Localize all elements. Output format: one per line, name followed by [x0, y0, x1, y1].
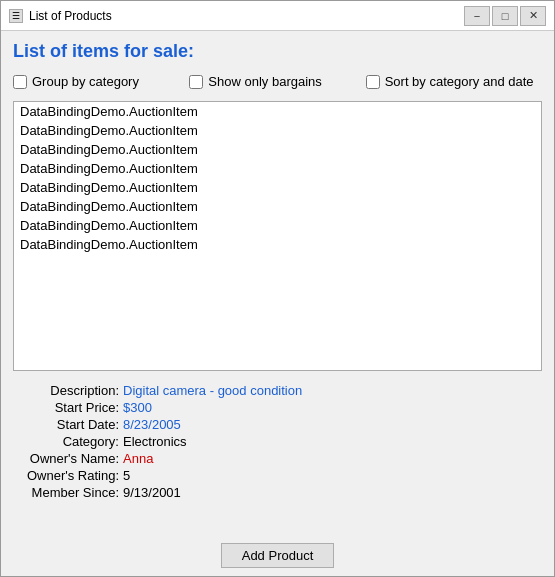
window-title: List of Products: [29, 9, 112, 23]
list-item[interactable]: DataBindingDemo.AuctionItem: [14, 235, 541, 254]
sort-by-category-date-checkbox[interactable]: Sort by category and date: [366, 74, 542, 89]
list-item[interactable]: DataBindingDemo.AuctionItem: [14, 140, 541, 159]
owners-rating-label: Owner's Rating:: [13, 468, 123, 483]
member-since-value: 9/13/2001: [123, 485, 542, 500]
add-product-button[interactable]: Add Product: [221, 543, 335, 568]
owners-rating-value: 5: [123, 468, 542, 483]
group-by-category-input[interactable]: [13, 75, 27, 89]
title-bar-buttons: − □ ✕: [464, 6, 546, 26]
details-section: Description: Digital camera - good condi…: [13, 383, 542, 500]
list-item[interactable]: DataBindingDemo.AuctionItem: [14, 102, 541, 121]
page-title: List of items for sale:: [13, 41, 542, 62]
title-bar-left: ☰ List of Products: [9, 9, 112, 23]
bottom-bar: Add Product: [1, 535, 554, 576]
category-value: Electronics: [123, 434, 542, 449]
minimize-button[interactable]: −: [464, 6, 490, 26]
show-only-bargains-checkbox[interactable]: Show only bargains: [189, 74, 365, 89]
list-item[interactable]: DataBindingDemo.AuctionItem: [14, 178, 541, 197]
title-bar: ☰ List of Products − □ ✕: [1, 1, 554, 31]
show-only-bargains-input[interactable]: [189, 75, 203, 89]
start-date-value: 8/23/2005: [123, 417, 542, 432]
list-item[interactable]: DataBindingDemo.AuctionItem: [14, 121, 541, 140]
list-item[interactable]: DataBindingDemo.AuctionItem: [14, 197, 541, 216]
start-date-label: Start Date:: [13, 417, 123, 432]
close-button[interactable]: ✕: [520, 6, 546, 26]
sort-by-category-date-label: Sort by category and date: [385, 74, 534, 89]
category-label: Category:: [13, 434, 123, 449]
group-by-category-checkbox[interactable]: Group by category: [13, 74, 189, 89]
show-only-bargains-label: Show only bargains: [208, 74, 321, 89]
list-item[interactable]: DataBindingDemo.AuctionItem: [14, 216, 541, 235]
maximize-button[interactable]: □: [492, 6, 518, 26]
owners-name-value: Anna: [123, 451, 542, 466]
member-since-label: Member Since:: [13, 485, 123, 500]
sort-by-category-date-input[interactable]: [366, 75, 380, 89]
main-window: ☰ List of Products − □ ✕ List of items f…: [0, 0, 555, 577]
list-item[interactable]: DataBindingDemo.AuctionItem: [14, 159, 541, 178]
window-content: List of items for sale: Group by categor…: [1, 31, 554, 535]
checkboxes-row: Group by category Show only bargains Sor…: [13, 74, 542, 89]
start-price-label: Start Price:: [13, 400, 123, 415]
description-value: Digital camera - good condition: [123, 383, 542, 398]
products-list[interactable]: DataBindingDemo.AuctionItemDataBindingDe…: [13, 101, 542, 371]
start-price-value: $300: [123, 400, 542, 415]
owners-name-label: Owner's Name:: [13, 451, 123, 466]
window-icon: ☰: [9, 9, 23, 23]
group-by-category-label: Group by category: [32, 74, 139, 89]
description-label: Description:: [13, 383, 123, 398]
